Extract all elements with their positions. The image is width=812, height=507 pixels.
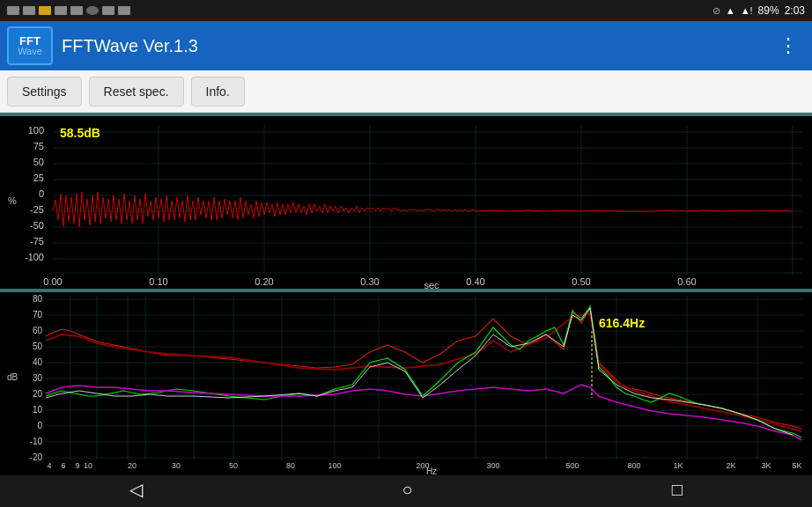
svg-text:-50: -50 bbox=[30, 220, 44, 231]
svg-text:75: 75 bbox=[33, 141, 44, 151]
clock: 2:03 bbox=[785, 4, 805, 17]
app-logo: FFT Wave bbox=[7, 26, 53, 65]
svg-text:0: 0 bbox=[39, 188, 44, 199]
svg-text:40: 40 bbox=[33, 357, 43, 367]
svg-text:0: 0 bbox=[37, 421, 42, 430]
status-icon-3 bbox=[39, 6, 51, 15]
status-icon-5 bbox=[70, 6, 83, 15]
svg-text:500: 500 bbox=[565, 461, 579, 470]
svg-text:58.5dB: 58.5dB bbox=[60, 126, 100, 140]
status-icon-7 bbox=[102, 6, 114, 15]
svg-text:3K: 3K bbox=[761, 461, 771, 470]
svg-text:10: 10 bbox=[84, 461, 92, 470]
svg-text:dB: dB bbox=[7, 372, 18, 382]
nav-bar: ◁ ○ □ bbox=[0, 472, 812, 507]
svg-text:80: 80 bbox=[286, 461, 295, 470]
fft-chart-svg: 80 70 60 50 40 30 20 10 0 -10 -20 dB 4 6… bbox=[0, 292, 812, 475]
wave-chart[interactable]: 100 75 50 25 0 -25 -50 -75 -100 % 0.00 0… bbox=[0, 116, 812, 289]
toolbar: Settings Reset spec. Info. bbox=[0, 70, 812, 113]
no-sim-icon: ⊘ bbox=[712, 5, 720, 17]
svg-text:4: 4 bbox=[47, 461, 51, 470]
reset-spec-button[interactable]: Reset spec. bbox=[89, 77, 184, 107]
svg-text:0.60: 0.60 bbox=[677, 276, 696, 287]
svg-text:1K: 1K bbox=[673, 461, 683, 470]
svg-text:20: 20 bbox=[33, 389, 43, 399]
status-icon-1 bbox=[7, 6, 19, 15]
svg-text:0.20: 0.20 bbox=[255, 276, 273, 287]
svg-text:30: 30 bbox=[33, 373, 43, 383]
status-icons-right: ⊘ ▲ ▲! 89% 2:03 bbox=[712, 4, 805, 17]
svg-text:0.10: 0.10 bbox=[149, 276, 167, 287]
svg-text:60: 60 bbox=[33, 326, 43, 335]
svg-text:-10: -10 bbox=[30, 437, 43, 446]
svg-text:-100: -100 bbox=[25, 252, 44, 262]
svg-text:sec: sec bbox=[424, 280, 439, 289]
svg-text:0.00: 0.00 bbox=[43, 276, 62, 287]
battery-percent: 89% bbox=[758, 4, 779, 17]
svg-text:50: 50 bbox=[229, 461, 238, 470]
svg-text:2K: 2K bbox=[726, 461, 735, 470]
overflow-menu-button[interactable]: ⋮ bbox=[771, 27, 805, 64]
svg-text:25: 25 bbox=[33, 173, 44, 183]
svg-text:-75: -75 bbox=[30, 236, 44, 246]
wave-chart-svg: 100 75 50 25 0 -25 -50 -75 -100 % 0.00 0… bbox=[0, 116, 812, 289]
svg-text:Hz: Hz bbox=[426, 467, 437, 475]
svg-text:30: 30 bbox=[172, 461, 181, 470]
charts-area: 100 75 50 25 0 -25 -50 -75 -100 % 0.00 0… bbox=[0, 113, 812, 472]
status-icons-left bbox=[7, 6, 130, 15]
svg-text:80: 80 bbox=[33, 294, 43, 304]
svg-rect-37 bbox=[0, 292, 812, 475]
back-button[interactable]: ◁ bbox=[112, 472, 160, 507]
svg-text:0.40: 0.40 bbox=[466, 276, 484, 287]
status-icon-4 bbox=[55, 6, 67, 15]
svg-text:9: 9 bbox=[75, 461, 79, 470]
svg-text:800: 800 bbox=[627, 461, 640, 470]
status-bar: ⊘ ▲ ▲! 89% 2:03 bbox=[0, 0, 812, 21]
svg-text:50: 50 bbox=[33, 342, 43, 351]
logo-wave-text: Wave bbox=[18, 47, 42, 56]
wifi-icon: ▲ bbox=[726, 5, 735, 16]
svg-text:300: 300 bbox=[486, 461, 499, 470]
svg-text:0.30: 0.30 bbox=[360, 276, 379, 287]
home-button[interactable]: ○ bbox=[384, 473, 430, 507]
svg-text:70: 70 bbox=[33, 310, 43, 320]
settings-button[interactable]: Settings bbox=[7, 77, 82, 107]
svg-text:0.50: 0.50 bbox=[572, 276, 590, 287]
svg-text:-20: -20 bbox=[30, 452, 43, 462]
svg-text:20: 20 bbox=[128, 461, 137, 470]
app-title: FFTWave Ver.1.3 bbox=[62, 36, 771, 56]
status-icon-8 bbox=[118, 6, 130, 15]
svg-text:616.4Hz: 616.4Hz bbox=[599, 316, 645, 330]
svg-text:10: 10 bbox=[33, 405, 43, 415]
status-icon-2 bbox=[23, 6, 35, 15]
app-bar: FFT Wave FFTWave Ver.1.3 ⋮ bbox=[0, 21, 812, 70]
svg-rect-0 bbox=[0, 116, 812, 289]
svg-text:100: 100 bbox=[28, 125, 44, 136]
recent-button[interactable]: □ bbox=[654, 473, 700, 507]
svg-text:5K: 5K bbox=[792, 461, 801, 470]
svg-text:%: % bbox=[8, 195, 17, 206]
signal-icon: ▲! bbox=[741, 5, 753, 16]
svg-text:6: 6 bbox=[61, 461, 65, 470]
svg-text:50: 50 bbox=[33, 157, 44, 167]
status-icon-6 bbox=[86, 6, 99, 15]
fft-chart[interactable]: 80 70 60 50 40 30 20 10 0 -10 -20 dB 4 6… bbox=[0, 292, 812, 475]
info-button[interactable]: Info. bbox=[191, 77, 245, 107]
svg-text:100: 100 bbox=[328, 461, 341, 470]
svg-text:-25: -25 bbox=[30, 204, 44, 215]
